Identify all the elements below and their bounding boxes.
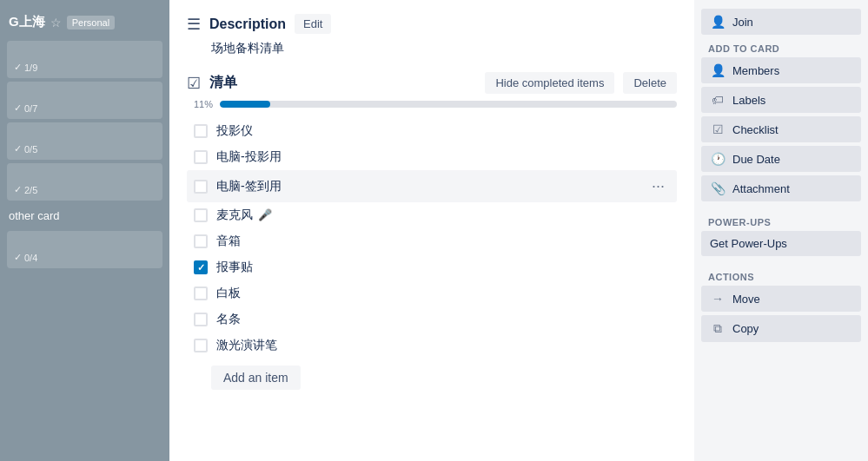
item-label-3: 麦克风 🎤 (216, 207, 670, 223)
members-button[interactable]: 👤 Members (701, 57, 861, 83)
item-checkbox-1[interactable] (194, 150, 208, 164)
sidebar-card-5[interactable]: ✓0/4 (7, 231, 162, 268)
sidebar-card-3[interactable]: ✓0/5 (7, 122, 162, 160)
item-label-7: 名条 (216, 312, 670, 327)
checklist-item-7[interactable]: 名条 ··· (187, 306, 677, 333)
checklist-item-4[interactable]: 音箱 ··· (187, 228, 677, 254)
item-checkbox-3[interactable] (194, 208, 208, 222)
progress-bar-fill (220, 101, 270, 108)
checklist-title: 清单 (209, 74, 476, 92)
description-title: Description (209, 16, 286, 32)
checklist-icon: ☑ (187, 74, 201, 93)
item-menu-2[interactable]: ··· (646, 175, 670, 197)
right-sidebar: 👤 Join ADD TO CARD 👤 Members 🏷 Labels ☑ … (694, 0, 868, 461)
item-checkbox-0[interactable] (194, 124, 208, 138)
item-checkbox-4[interactable] (194, 234, 208, 248)
checklist-items: 投影仪 ··· 电脑-投影用 ··· 电脑-签到用 ··· 麦克风 🎤 ··· … (187, 118, 677, 359)
item-checkbox-5[interactable] (194, 260, 208, 274)
checklist-item-6[interactable]: 白板 ··· (187, 280, 677, 306)
description-header: ☰ Description Edit (187, 14, 677, 34)
sidebar-card-1[interactable]: ✓1/9 (7, 41, 162, 78)
members-icon: 👤 (710, 63, 726, 77)
item-checkbox-7[interactable] (194, 313, 208, 326)
item-label-6: 白板 (216, 286, 670, 301)
sidebar-header: G上海 ☆ Personal (0, 7, 169, 37)
item-label-1: 电脑-投影用 (216, 149, 670, 165)
card-badge-4: ✓2/5 (14, 184, 37, 195)
item-label-5: 报事贴 (216, 260, 670, 275)
sidebar-card-2[interactable]: ✓0/7 (7, 82, 162, 119)
item-checkbox-6[interactable] (194, 286, 208, 300)
item-label-2: 电脑-签到用 (216, 179, 638, 194)
actions-label: ACTIONS (701, 267, 861, 286)
move-icon: → (710, 292, 726, 306)
checklist-header: ☑ 清单 Hide completed items Delete (187, 72, 677, 94)
progress-label: 11% (187, 99, 213, 109)
sidebar-card-4[interactable]: ✓2/5 (7, 163, 162, 201)
checklist-item-0[interactable]: 投影仪 ··· (187, 118, 677, 144)
add-item-button[interactable]: Add an item (211, 366, 301, 390)
card-badge-5: ✓0/4 (14, 252, 37, 263)
get-power-ups-button[interactable]: Get Power-Ups (701, 231, 861, 256)
person-icon: 👤 (710, 15, 726, 29)
checklist-item-5[interactable]: 报事贴 ··· (187, 254, 677, 280)
hide-completed-button[interactable]: Hide completed items (485, 72, 614, 94)
card-badge-2: ✓0/7 (14, 102, 37, 114)
labels-button[interactable]: 🏷 Labels (701, 87, 861, 113)
move-button[interactable]: → Move (701, 286, 861, 312)
sidebar-other-card[interactable]: other card (0, 204, 169, 227)
card-badge-1: ✓1/9 (14, 62, 37, 73)
progress-row: 11% (187, 99, 677, 109)
due-date-button[interactable]: 🕐 Due Date (701, 146, 861, 172)
item-checkbox-2[interactable] (194, 180, 208, 194)
labels-icon: 🏷 (710, 93, 726, 107)
join-button[interactable]: 👤 Join (701, 9, 861, 35)
item-label-4: 音箱 (216, 234, 670, 249)
board-tag: Personal (67, 16, 115, 30)
due-date-icon: 🕐 (710, 152, 726, 166)
checklist-button[interactable]: ☑ Checklist (701, 116, 861, 142)
power-ups-label: POWER-UPS (701, 212, 861, 231)
progress-bar-background (220, 101, 677, 108)
item-checkbox-8[interactable] (194, 339, 208, 352)
copy-button[interactable]: ⧉ Copy (701, 315, 861, 342)
left-sidebar: G上海 ☆ Personal ✓1/9 ✓0/7 ✓0/5 ✓2/5 other… (0, 0, 169, 461)
delete-button[interactable]: Delete (623, 72, 677, 94)
main-content: ☰ Description Edit 场地备料清单 ☑ 清单 Hide comp… (169, 0, 694, 461)
checklist-item-1[interactable]: 电脑-投影用 ··· (187, 144, 677, 170)
checklist-rs-icon: ☑ (710, 122, 726, 136)
item-label-8: 激光演讲笔 (216, 338, 670, 353)
add-to-card-label: ADD TO CARD (701, 38, 861, 57)
board-title: G上海 (9, 14, 45, 30)
attachment-button[interactable]: 📎 Attachment (701, 175, 861, 201)
checklist-item-3[interactable]: 麦克风 🎤 ··· (187, 202, 677, 228)
edit-button[interactable]: Edit (295, 14, 331, 34)
copy-icon: ⧉ (710, 321, 726, 336)
description-text: 场地备料清单 (187, 41, 677, 56)
checklist-item-2[interactable]: 电脑-签到用 ··· (187, 170, 677, 202)
checklist-item-8[interactable]: 激光演讲笔 ··· (187, 333, 677, 359)
star-icon[interactable]: ☆ (50, 16, 62, 30)
card-badge-3: ✓0/5 (14, 143, 37, 155)
attachment-icon: 📎 (710, 181, 726, 195)
description-icon: ☰ (187, 15, 201, 34)
item-label-0: 投影仪 (216, 123, 670, 139)
